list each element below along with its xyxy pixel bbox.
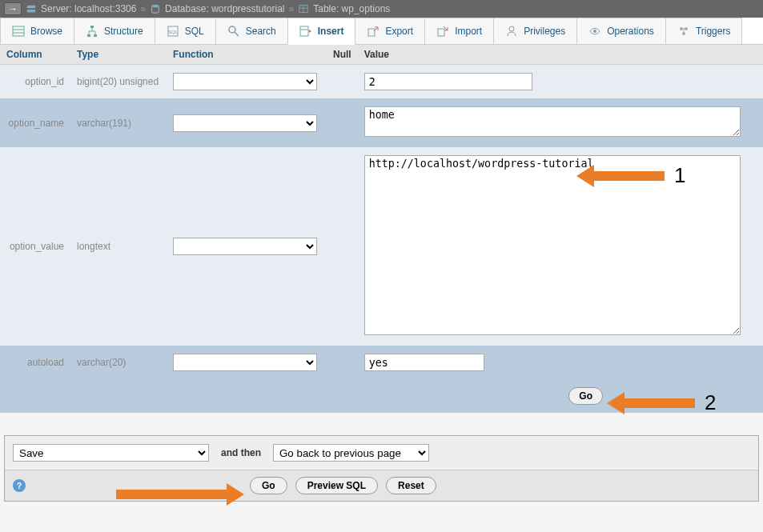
header-column: Column: [0, 45, 70, 65]
table-row: autoload varchar(20): [0, 346, 763, 379]
tab-browse[interactable]: Browse: [0, 18, 74, 44]
svg-rect-16: [300, 26, 308, 36]
search-icon: [227, 25, 240, 38]
sql-icon: SQL: [167, 25, 179, 38]
privileges-icon: [505, 25, 518, 38]
insert-icon: [299, 25, 312, 38]
svg-point-14: [229, 26, 235, 33]
breadcrumb-bar: → Server: localhost:3306 » Database: wor…: [0, 0, 763, 18]
header-type: Type: [70, 45, 167, 65]
cell-type: bigint(20) unsigned: [70, 65, 167, 99]
cell-column-name: option_value: [0, 147, 70, 346]
export-icon: [367, 25, 379, 38]
breadcrumb-separator: »: [289, 3, 295, 14]
svg-rect-18: [368, 29, 375, 36]
cell-type: varchar(191): [70, 98, 167, 147]
tab-label: Export: [385, 26, 413, 37]
header-null: Null: [327, 45, 358, 65]
server-icon: [26, 3, 37, 14]
cell-type: longtext: [70, 147, 167, 346]
go-button-row[interactable]: Go: [568, 387, 603, 405]
breadcrumb-table[interactable]: Table: wp_options: [313, 3, 390, 14]
go-row: Go: [0, 379, 763, 413]
nav-arrow-button[interactable]: →: [4, 2, 22, 15]
bottom-action-row: Save and then Go back to previous page: [5, 436, 758, 470]
tab-insert[interactable]: Insert: [287, 18, 356, 45]
table-icon: [298, 3, 309, 14]
tab-search[interactable]: Search: [215, 18, 288, 44]
function-select[interactable]: [173, 238, 317, 255]
svg-text:SQL: SQL: [168, 30, 179, 34]
svg-rect-0: [27, 6, 36, 9]
svg-rect-11: [94, 34, 97, 37]
svg-line-15: [235, 32, 239, 36]
tab-import[interactable]: Import: [424, 18, 494, 44]
svg-rect-1: [27, 10, 36, 13]
tab-structure[interactable]: Structure: [74, 18, 155, 44]
preview-sql-button[interactable]: Preview SQL: [295, 477, 378, 494]
function-select[interactable]: [173, 73, 317, 90]
tab-label: Triggers: [696, 26, 731, 37]
svg-rect-6: [13, 26, 24, 36]
tab-label: SQL: [185, 26, 204, 37]
tab-label: Structure: [104, 26, 143, 37]
cell-column-name: autoload: [0, 346, 70, 379]
svg-point-20: [509, 26, 514, 31]
tab-label: Privileges: [524, 26, 565, 37]
function-select[interactable]: [173, 114, 317, 132]
tab-label: Insert: [318, 26, 344, 37]
tab-label: Import: [455, 26, 482, 37]
svg-point-2: [152, 5, 159, 8]
import-icon: [436, 25, 449, 38]
table-row: option_name varchar(191) home: [0, 98, 763, 147]
reset-button[interactable]: Reset: [386, 477, 436, 494]
bottom-panel: Save and then Go back to previous page ?…: [4, 435, 759, 502]
tab-privileges[interactable]: Privileges: [493, 18, 577, 44]
value-textarea-large[interactable]: http://localhost/wordpress-tutorial: [364, 155, 741, 335]
svg-rect-19: [438, 29, 444, 36]
function-select[interactable]: [173, 354, 317, 371]
tab-export[interactable]: Export: [355, 18, 425, 44]
tab-label: Browse: [30, 26, 62, 37]
browse-icon: [12, 25, 25, 38]
table-row: option_value longtext http://localhost/w…: [0, 147, 763, 346]
cell-column-name: option_id: [0, 65, 70, 99]
value-input[interactable]: [364, 73, 532, 90]
bottom-button-row: ? Go Preview SQL Reset: [5, 470, 758, 501]
value-textarea[interactable]: home: [364, 106, 741, 137]
cell-column-name: option_name: [0, 98, 70, 147]
go-button-bottom[interactable]: Go: [250, 477, 287, 494]
svg-rect-10: [87, 34, 90, 37]
tab-operations[interactable]: Operations: [576, 18, 666, 44]
tabs-bar: Browse Structure SQL SQL Search Insert E…: [0, 18, 763, 45]
cell-type: varchar(20): [70, 346, 167, 379]
svg-point-21: [593, 30, 596, 33]
structure-icon: [86, 25, 98, 38]
help-icon[interactable]: ?: [13, 479, 26, 492]
database-icon: [150, 3, 161, 14]
tab-sql[interactable]: SQL SQL: [155, 18, 216, 44]
tab-label: Operations: [607, 26, 654, 37]
tab-triggers[interactable]: Triggers: [665, 18, 743, 44]
header-value: Value: [358, 45, 763, 65]
header-function: Function: [167, 45, 327, 65]
action-select[interactable]: Save: [13, 444, 209, 462]
insert-form-table: Column Type Function Null Value option_i…: [0, 45, 763, 413]
triggers-icon: [677, 25, 690, 38]
tab-label: Search: [246, 26, 276, 37]
and-then-label: and then: [221, 447, 261, 458]
svg-rect-9: [90, 26, 94, 28]
operations-icon: [588, 25, 601, 38]
table-row: option_id bigint(20) unsigned: [0, 65, 763, 99]
then-select[interactable]: Go back to previous page: [273, 444, 429, 462]
breadcrumb-separator: »: [140, 3, 146, 14]
breadcrumb-server[interactable]: Server: localhost:3306: [41, 3, 136, 14]
value-input[interactable]: [364, 354, 484, 371]
breadcrumb-database[interactable]: Database: wordpresstutorial: [165, 3, 284, 14]
